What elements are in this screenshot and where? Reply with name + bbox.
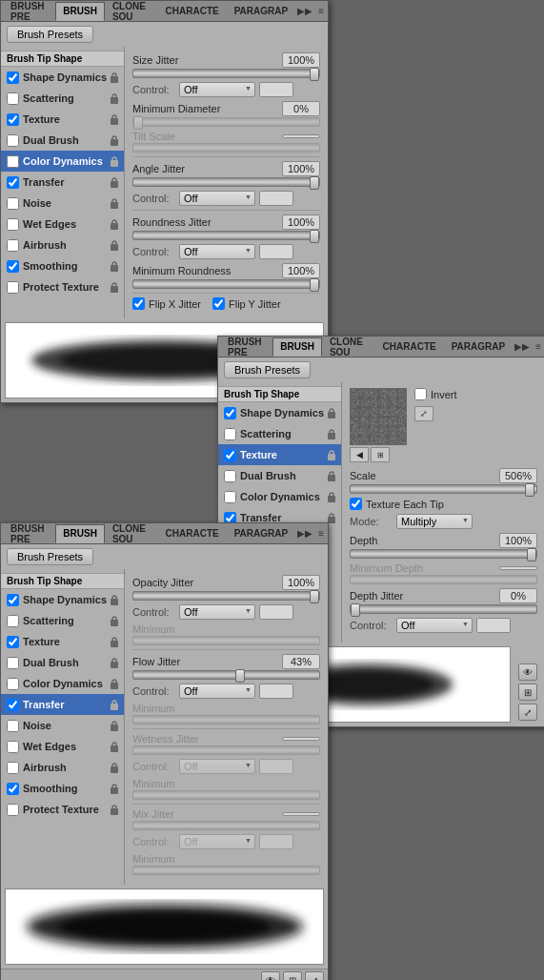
min-depth-value[interactable] xyxy=(499,566,537,570)
minimum2-slider[interactable] xyxy=(132,715,320,725)
sidebar-item-noise-3[interactable]: Noise xyxy=(1,715,124,736)
checkbox-color-dynamics-2[interactable] xyxy=(224,491,236,503)
texture-thumbnail[interactable] xyxy=(350,388,407,445)
control-select-3a[interactable]: Off xyxy=(179,604,255,620)
size-jitter-thumb[interactable] xyxy=(310,68,319,81)
sidebar-item-shape-dynamics-1[interactable]: Shape Dynamics xyxy=(1,67,124,88)
expand-btn-3[interactable]: ⤢ xyxy=(305,971,324,980)
depth-jitter-slider[interactable] xyxy=(350,604,537,614)
brush-presets-btn-1[interactable]: Brush Presets xyxy=(7,26,93,43)
sidebar-item-texture-1[interactable]: Texture xyxy=(1,109,124,130)
checkbox-protect-texture-1[interactable] xyxy=(7,281,19,294)
tab-brush-1[interactable]: BRUSH xyxy=(55,2,105,21)
control-select-3b[interactable]: Off xyxy=(179,684,255,699)
roundness-jitter-thumb[interactable] xyxy=(310,230,319,243)
checkbox-texture-2[interactable] xyxy=(224,449,236,461)
tab-brush-pre-3[interactable]: BRUSH PRE xyxy=(3,524,55,543)
sidebar-item-color-dynamics-3[interactable]: Color Dynamics xyxy=(1,673,124,694)
texture-scale-btn[interactable]: ⊞ xyxy=(371,447,390,462)
angle-jitter-thumb[interactable] xyxy=(310,176,319,190)
texture-prev-btn[interactable]: ◀ xyxy=(350,447,369,462)
sidebar-item-color-dynamics-1[interactable]: Color Dynamics xyxy=(1,151,124,172)
checkbox-scattering-3[interactable] xyxy=(7,615,19,627)
flip-y-checkbox[interactable] xyxy=(212,297,225,310)
control-input-2[interactable] xyxy=(259,191,293,206)
sidebar-item-texture-3[interactable]: Texture xyxy=(1,631,124,652)
flow-jitter-thumb[interactable] xyxy=(235,669,245,683)
tab-brush-3[interactable]: BRUSH xyxy=(55,524,105,543)
texture-each-tip-checkbox[interactable] xyxy=(350,498,362,510)
flip-x-checkbox[interactable] xyxy=(132,297,145,310)
sidebar-item-transfer-1[interactable]: Transfer xyxy=(1,172,124,193)
sidebar-item-dual-brush-2[interactable]: Dual Brush xyxy=(218,465,341,486)
sidebar-item-wet-edges-1[interactable]: Wet Edges xyxy=(1,214,124,235)
sidebar-item-smoothing-3[interactable]: Smoothing xyxy=(1,778,124,799)
tab-menu-1[interactable]: ≡ xyxy=(316,6,326,16)
sidebar-item-dual-brush-3[interactable]: Dual Brush xyxy=(1,652,124,673)
minimum4-slider[interactable] xyxy=(132,866,320,875)
sidebar-item-airbrush-3[interactable]: Airbrush xyxy=(1,757,124,778)
checkbox-protect-texture-3[interactable] xyxy=(7,804,19,816)
min-diameter-thumb[interactable] xyxy=(133,116,143,130)
checkbox-texture-3[interactable] xyxy=(7,636,19,648)
checkbox-smoothing-3[interactable] xyxy=(7,783,19,795)
checkbox-wet-edges-3[interactable] xyxy=(7,741,19,753)
scale-value[interactable]: 506% xyxy=(499,468,537,483)
depth-value[interactable]: 100% xyxy=(499,533,537,548)
tab-overflow-2[interactable]: ▶▶ xyxy=(513,341,532,352)
sidebar-item-texture-2[interactable]: Texture xyxy=(218,444,341,465)
scale-slider[interactable] xyxy=(350,484,537,494)
checkbox-dual-brush-1[interactable] xyxy=(7,134,19,147)
tab-menu-3[interactable]: ≡ xyxy=(316,528,326,539)
mode-select[interactable]: Multiply xyxy=(396,514,473,529)
texture-expand-btn[interactable]: ⤢ xyxy=(414,406,433,421)
grid-btn-2[interactable]: ⊞ xyxy=(518,684,537,701)
control-input-3[interactable] xyxy=(259,244,293,259)
wetness-jitter-slider[interactable] xyxy=(132,745,320,755)
tab-char-1[interactable]: CHARACTE xyxy=(158,2,227,21)
sidebar-item-scattering-1[interactable]: Scattering xyxy=(1,88,124,109)
depth-jitter-thumb[interactable] xyxy=(351,603,360,617)
brush-presets-btn-3[interactable]: Brush Presets xyxy=(7,548,93,565)
opacity-jitter-value[interactable]: 100% xyxy=(282,575,320,590)
control-input-tex[interactable] xyxy=(476,618,511,633)
opacity-jitter-slider[interactable] xyxy=(132,591,320,601)
depth-thumb[interactable] xyxy=(527,548,536,561)
sidebar-item-airbrush-1[interactable]: Airbrush xyxy=(1,235,124,255)
angle-jitter-slider[interactable] xyxy=(132,177,320,187)
control-select-wrapper-tex[interactable]: Off xyxy=(396,618,473,633)
checkbox-airbrush-3[interactable] xyxy=(7,762,19,774)
tab-clone-3[interactable]: CLONE SOU xyxy=(105,524,158,543)
checkbox-wet-edges-1[interactable] xyxy=(7,218,19,231)
checkbox-dual-brush-2[interactable] xyxy=(224,470,236,482)
control-select-wrapper-3b[interactable]: Off xyxy=(179,684,255,699)
scale-thumb[interactable] xyxy=(525,483,534,497)
tab-brush-pre-1[interactable]: BRUSH PRE xyxy=(3,2,55,21)
tab-overflow-3[interactable]: ▶▶ xyxy=(295,528,314,539)
control-input-3a[interactable] xyxy=(259,604,293,620)
checkbox-shape-dynamics-1[interactable] xyxy=(7,71,19,84)
size-jitter-value[interactable]: 100% xyxy=(282,52,320,68)
opacity-jitter-thumb[interactable] xyxy=(310,590,319,603)
control-select-wrapper-2[interactable]: Off xyxy=(179,191,255,206)
depth-jitter-value[interactable]: 0% xyxy=(499,588,537,603)
brush-presets-btn-2[interactable]: Brush Presets xyxy=(224,361,311,378)
tab-clone-1[interactable]: CLONE SOU xyxy=(105,2,158,21)
tab-brush-2[interactable]: BRUSH xyxy=(272,337,322,357)
tab-char-3[interactable]: CHARACTE xyxy=(158,524,227,543)
checkbox-dual-brush-3[interactable] xyxy=(7,657,19,669)
checkbox-texture-1[interactable] xyxy=(7,113,19,126)
sidebar-item-scattering-2[interactable]: Scattering xyxy=(218,423,341,444)
angle-jitter-value[interactable]: 100% xyxy=(282,161,320,176)
sidebar-item-scattering-3[interactable]: Scattering xyxy=(1,610,124,631)
min-roundness-slider[interactable] xyxy=(132,279,320,289)
flow-jitter-slider[interactable] xyxy=(132,670,320,680)
sidebar-item-color-dynamics-2[interactable]: Color Dynamics xyxy=(218,486,341,507)
checkbox-shape-dynamics-3[interactable] xyxy=(7,594,19,606)
eye-btn-3[interactable]: 👁 xyxy=(261,971,280,980)
sidebar-item-protect-texture-3[interactable]: Protect Texture xyxy=(1,799,124,820)
mix-jitter-slider[interactable] xyxy=(132,821,320,830)
sidebar-item-noise-1[interactable]: Noise xyxy=(1,193,124,214)
checkbox-color-dynamics-3[interactable] xyxy=(7,678,19,690)
checkbox-transfer-3[interactable] xyxy=(7,699,19,711)
